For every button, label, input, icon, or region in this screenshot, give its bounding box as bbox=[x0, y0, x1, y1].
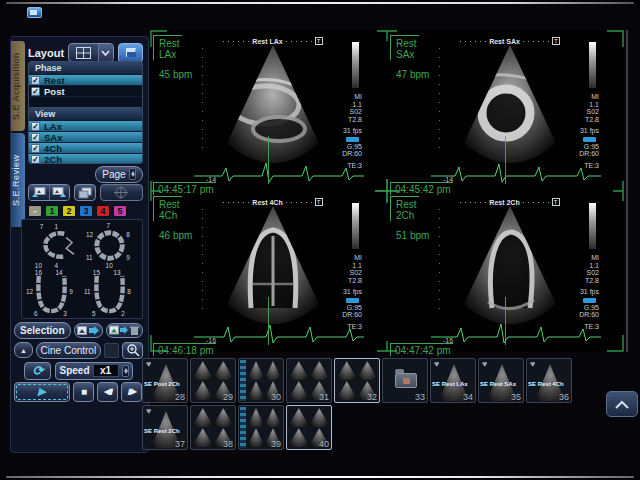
svg-text:14: 14 bbox=[55, 269, 63, 276]
thumbnail-collapse-button[interactable] bbox=[606, 391, 638, 417]
speed-stepper-icon[interactable] bbox=[122, 365, 129, 377]
checkbox-checked-icon[interactable]: ✓ bbox=[31, 133, 40, 142]
ecg-cursor bbox=[505, 297, 506, 345]
step-back-button[interactable]: ◀▮ bbox=[97, 382, 118, 402]
layout-dropdown[interactable] bbox=[68, 43, 114, 62]
speed-control[interactable]: Speed x1 bbox=[55, 362, 132, 380]
score-button-none[interactable]: - bbox=[28, 205, 42, 217]
score-button-5[interactable]: 5 bbox=[113, 205, 127, 217]
assign-image-left-button[interactable] bbox=[29, 185, 49, 200]
svg-text:7: 7 bbox=[40, 223, 44, 230]
score-button-2[interactable]: 2 bbox=[62, 205, 76, 217]
send-delete-selection-button[interactable] bbox=[106, 323, 143, 338]
heart-icon: ♥ bbox=[482, 359, 487, 369]
page-stepper-icon[interactable] bbox=[129, 168, 136, 180]
view-row-sax[interactable]: ✓ SAx bbox=[29, 131, 142, 142]
preset-badge bbox=[583, 298, 596, 303]
step-forward-button[interactable]: ▮▶ bbox=[121, 382, 142, 402]
score-button-3[interactable]: 3 bbox=[79, 205, 93, 217]
tab-se-review[interactable]: S.E.Review bbox=[11, 133, 25, 227]
send-selection-button[interactable] bbox=[74, 323, 103, 338]
ecg-trace bbox=[194, 156, 366, 186]
stop-button[interactable]: ■ bbox=[73, 382, 94, 402]
phase-row-post[interactable]: ✓ Post bbox=[29, 85, 142, 96]
score-button-4[interactable]: 4 bbox=[96, 205, 110, 217]
thumbnail-clip[interactable]: 29 bbox=[190, 358, 236, 403]
cine-control-button[interactable]: Cine Control bbox=[36, 342, 101, 359]
bullseye-target-button[interactable] bbox=[100, 184, 143, 201]
thumbnail-clip[interactable]: 38 bbox=[190, 405, 236, 450]
svg-text:8: 8 bbox=[127, 288, 131, 295]
thumbnail-clip[interactable]: 39 bbox=[238, 405, 284, 450]
system-menu-icon[interactable] bbox=[27, 7, 42, 18]
segment-diagram-sax[interactable]: 7 8 9 10 11 12 bbox=[82, 221, 140, 269]
thumbnail-clip[interactable]: 31 bbox=[286, 358, 332, 403]
svg-text:12: 12 bbox=[26, 288, 34, 295]
view-row-lax[interactable]: ✓ LAx bbox=[29, 120, 142, 131]
checkbox-checked-icon[interactable]: ✓ bbox=[31, 76, 40, 85]
chevron-down-icon[interactable] bbox=[98, 44, 113, 61]
assign-image-right-button[interactable] bbox=[49, 185, 69, 200]
quad-rest-4ch[interactable]: Rest4Ch 46 bpm Rest 4Ch T MI1.1 S02 bbox=[150, 191, 387, 352]
segment-diagram-4ch[interactable]: 16 14 12 9 6 3 bbox=[24, 269, 82, 317]
swap-images-button[interactable] bbox=[74, 184, 96, 201]
folder-icon bbox=[395, 373, 417, 388]
svg-text:12: 12 bbox=[86, 231, 94, 238]
view-row-2ch[interactable]: ✓ 2Ch bbox=[29, 153, 142, 164]
thumbnail-clip[interactable]: ♥ SE Rest 2Ch 37 bbox=[142, 405, 188, 450]
depth-ruler bbox=[439, 209, 440, 317]
svg-text:10: 10 bbox=[35, 262, 43, 269]
play-button[interactable]: ▶ bbox=[14, 382, 70, 402]
segment-diagram-2ch[interactable]: 15 13 11 8 5 2 bbox=[82, 269, 140, 317]
score-button-1[interactable]: 1 bbox=[45, 205, 59, 217]
ecg-trace bbox=[431, 156, 603, 186]
checkbox-checked-icon[interactable]: ✓ bbox=[31, 122, 40, 131]
thumbnail-clip[interactable]: ♥ SE Rest LAx 34 bbox=[430, 358, 476, 403]
depth-ruler bbox=[439, 48, 440, 156]
heart-rate: 47 bpm bbox=[396, 69, 429, 80]
thumbnail-clip[interactable]: ♥ SE Post 2Ch 28 bbox=[142, 358, 188, 403]
view-row-4ch[interactable]: ✓ 4Ch bbox=[29, 142, 142, 153]
svg-text:9: 9 bbox=[69, 288, 73, 295]
stacked-images-icon bbox=[78, 187, 92, 199]
checkbox-checked-icon[interactable]: ✓ bbox=[31, 144, 40, 153]
page-button[interactable]: Page bbox=[95, 166, 143, 183]
phase-row-rest[interactable]: ✓ Rest bbox=[29, 74, 142, 85]
phase-empty-row bbox=[29, 96, 142, 104]
acquisition-time: 04:46:18 pm bbox=[153, 343, 216, 356]
clipboard-row-2: ♥ SE Rest 2Ch 37 38 39 40 bbox=[142, 405, 332, 450]
thumbnail-clip-selected[interactable]: 32 bbox=[334, 358, 380, 403]
viewport-edge-divider bbox=[626, 30, 628, 352]
quad-rest-sax[interactable]: RestSAx 47 bpm Rest SAx T MI1.1 S02T2.8 bbox=[387, 30, 624, 191]
quad-display-area: RestLAx 45 bpm Rest LAx T MI1.1 S02 bbox=[150, 30, 624, 352]
collapse-panel-button[interactable]: ▲ bbox=[14, 342, 33, 358]
view-row-label: LAx bbox=[44, 121, 62, 132]
thumbnail-clip[interactable]: ♥ SE Rest 4Ch 36 bbox=[526, 358, 572, 403]
page-button-label: Page bbox=[102, 169, 125, 180]
svg-text:6: 6 bbox=[34, 310, 38, 317]
acquisition-time: 04:47:42 pm bbox=[390, 343, 453, 356]
zoom-button[interactable] bbox=[122, 342, 143, 359]
quad-rest-2ch[interactable]: Rest2Ch 51 bpm Rest 2Ch T MI1.1 S02T2.8 bbox=[387, 191, 624, 352]
view-row-label: 2Ch bbox=[44, 154, 62, 165]
checkbox-checked-icon[interactable]: ✓ bbox=[31, 87, 40, 96]
heart-icon: ♥ bbox=[434, 359, 439, 369]
tab-se-acquisition[interactable]: S.E Acquisition bbox=[11, 41, 25, 131]
thumbnail-folder[interactable]: 33 bbox=[382, 358, 428, 403]
thumbnail-clip[interactable]: 30 bbox=[238, 358, 284, 403]
view-header: View bbox=[29, 108, 142, 120]
layout-apply-button[interactable] bbox=[118, 43, 143, 63]
thumbnail-clip-selected[interactable]: 40 bbox=[286, 405, 332, 450]
quad-rest-lax[interactable]: RestLAx 45 bpm Rest LAx T MI1.1 S02 bbox=[150, 30, 387, 191]
segment-diagram-plax[interactable]: 7 1 10 4 bbox=[24, 221, 82, 269]
ultrasound-image-2ch bbox=[444, 204, 576, 326]
checkbox-checked-icon[interactable]: ✓ bbox=[31, 155, 40, 164]
thumbnail-clip[interactable]: ♥ + SE Rest SAx 35 bbox=[478, 358, 524, 403]
monitor-bezel-bottom bbox=[6, 476, 634, 478]
grayscale-bar bbox=[352, 42, 359, 88]
speed-label: Speed bbox=[59, 365, 89, 376]
quad-label: Rest4Ch bbox=[153, 196, 182, 221]
loop-mode-button[interactable]: ⟳ bbox=[24, 362, 51, 380]
depth-ruler bbox=[202, 48, 203, 156]
selection-button[interactable]: Selection bbox=[14, 322, 71, 339]
